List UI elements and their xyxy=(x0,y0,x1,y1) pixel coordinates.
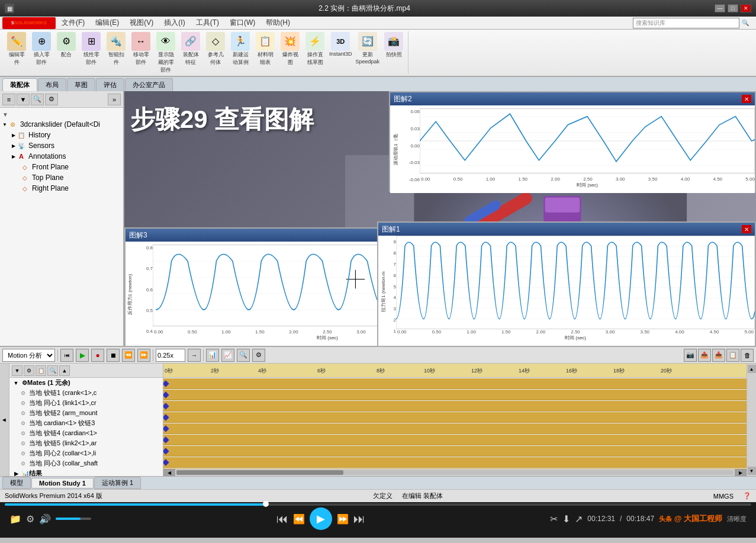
toolbar-move-component[interactable]: ↔ 移动零部件 xyxy=(129,31,153,75)
maximize-btn[interactable]: □ xyxy=(728,4,738,12)
motion-play-btn[interactable]: ▶ xyxy=(76,349,89,362)
motion-next-btn[interactable]: ⏩ xyxy=(137,349,150,362)
motion-tree-btn3[interactable]: 📋 xyxy=(36,365,46,376)
motion-tree-item-4[interactable]: ⚙ 当地 cardian<1> 铰链3 xyxy=(9,418,163,428)
motion-tree-btn4[interactable]: 🔍 xyxy=(47,365,58,376)
chart1-close-btn[interactable]: ✕ xyxy=(742,225,751,233)
video-rew-btn[interactable]: ⏪ xyxy=(293,513,305,525)
motion-tree-item-7[interactable]: ⚙ 当地 同心2 (collar<1>,li xyxy=(9,448,163,458)
motion-tree-item-8[interactable]: ⚙ 当地 同心3 (collar_shaft xyxy=(9,458,163,468)
video-next-btn[interactable]: ⏭ xyxy=(353,512,365,526)
menu-view[interactable]: 视图(V) xyxy=(125,17,158,29)
panel-config-btn[interactable]: ⚙ xyxy=(45,94,58,105)
motion-stop-btn[interactable]: ⏹ xyxy=(107,349,120,362)
tree-item-top-plane[interactable]: ◇ Top Plane xyxy=(0,172,123,183)
toolbar-insert-part[interactable]: ⊕ 插入零部件 xyxy=(30,31,53,75)
motion-prev-btn[interactable]: ⏪ xyxy=(122,349,135,362)
video-prev-btn[interactable]: ⏮ xyxy=(276,512,288,526)
tree-item-annotations[interactable]: ▶ A Annotations xyxy=(0,151,123,162)
video-fwd-btn[interactable]: ⏩ xyxy=(337,513,349,525)
motion-tree-item-1[interactable]: ⚙ 当地 铰链1 (crank<1>,c xyxy=(9,388,163,398)
panel-collapse-btn[interactable]: » xyxy=(108,94,121,105)
video-volume-btn[interactable]: 🔊 xyxy=(39,513,51,525)
menu-window[interactable]: 窗口(W) xyxy=(225,17,260,29)
search-box[interactable]: 搜索知识库 xyxy=(633,18,739,28)
toolbar-linear-pattern[interactable]: ⊞ 线性零部件 xyxy=(79,31,103,75)
chart2-close-btn[interactable]: ✕ xyxy=(742,95,751,103)
timeline-zoom-in[interactable]: ▲ xyxy=(748,365,756,373)
tree-item-sensors[interactable]: ▶ 📡 Sensors xyxy=(0,140,123,151)
toolbar-assembly-feature[interactable]: 🔗 装配体特征 xyxy=(179,31,202,75)
scroll-left-btn[interactable]: ◀ xyxy=(163,469,175,476)
toolbar-bom[interactable]: 📋 材料明细表 xyxy=(253,31,277,75)
timeline-scrollbar[interactable]: ◀ ▶ xyxy=(163,469,747,476)
motion-toolbar-btn-extra1[interactable]: 📷 xyxy=(684,349,697,362)
panel-expand-btn[interactable]: ≡ xyxy=(2,94,15,105)
motion-filter-btn1[interactable]: 🔍 xyxy=(237,349,250,362)
status-help-icon[interactable]: ❓ xyxy=(743,492,751,500)
panel-filter-btn[interactable]: ▼ xyxy=(17,94,30,105)
motion-chart-btn1[interactable]: 📊 xyxy=(206,349,219,362)
video-settings-btn[interactable]: ⚙ xyxy=(26,513,34,525)
tree-item-front-plane[interactable]: ◇ Front Plane xyxy=(0,162,123,172)
tab-assembly[interactable]: 装配体 xyxy=(2,78,37,91)
video-resolution-btn[interactable]: 清晰度 xyxy=(727,515,747,523)
motion-collapse-btn[interactable]: ▼ xyxy=(0,364,9,476)
tab-evaluate[interactable]: 评估 xyxy=(96,78,124,91)
panel-search-btn[interactable]: 🔍 xyxy=(31,94,44,105)
tab-office[interactable]: 办公室产品 xyxy=(125,78,173,91)
toolbar-line-sketch[interactable]: ⚡ 操作直线草图 xyxy=(303,31,327,75)
scroll-right-btn[interactable]: ▶ xyxy=(735,469,747,476)
motion-toolbar-btn-extra2[interactable]: 📤 xyxy=(698,349,711,362)
motion-tree-item-2[interactable]: ⚙ 当地 同心1 (link1<1>,cr xyxy=(9,398,163,408)
motion-tree-item-results[interactable]: ▶ 📊 结果 xyxy=(9,468,163,476)
menu-help[interactable]: 帮助(H) xyxy=(261,17,295,29)
video-download-btn[interactable]: ⬇ xyxy=(562,513,570,525)
toolbar-smart-fastener[interactable]: 🔩 智能扣件 xyxy=(104,31,128,75)
video-share-btn[interactable]: ↗ xyxy=(575,513,583,525)
motion-chart-btn2[interactable]: 📈 xyxy=(221,349,234,362)
timeline-zoom-out[interactable]: ▼ xyxy=(748,467,756,475)
toolbar-new-motion[interactable]: 🏃 新建运动算例 xyxy=(229,31,252,75)
motion-speed-input[interactable] xyxy=(156,349,185,362)
bottom-tab-motion-example[interactable]: 运动算例 1 xyxy=(94,477,141,489)
motion-toolbar-btn-extra3[interactable]: 📥 xyxy=(712,349,725,362)
toolbar-explode[interactable]: 💥 爆炸视图 xyxy=(278,31,302,75)
bottom-tab-model[interactable]: 模型 xyxy=(2,477,31,489)
menu-insert[interactable]: 插入(I) xyxy=(159,17,189,29)
toolbar-show-hide[interactable]: 👁 显示隐藏的零部件 xyxy=(154,31,178,75)
menu-tools[interactable]: 工具(T) xyxy=(191,17,224,29)
search-icon[interactable]: 🔍 xyxy=(742,20,749,26)
motion-tree-item-5[interactable]: ⚙ 当地 铰链4 (cardian<1> xyxy=(9,428,163,438)
menu-edit[interactable]: 编辑(E) xyxy=(91,17,124,29)
motion-tree-btn1[interactable]: ▼ xyxy=(12,365,22,376)
motion-tree-btn5[interactable]: ▲ xyxy=(59,365,70,376)
motion-tree-item-6[interactable]: ⚙ 当地 铰链5 (link2<1>,ar xyxy=(9,438,163,448)
toolbar-ref-geometry[interactable]: ◇ 参考几何体 xyxy=(204,31,227,75)
volume-slider[interactable] xyxy=(56,518,91,520)
video-cut-btn[interactable]: ✂ xyxy=(550,513,558,525)
video-play-btn[interactable]: ▶ xyxy=(310,507,332,530)
video-progress-bg[interactable] xyxy=(5,503,751,506)
toolbar-edit-component[interactable]: ✏️ 编辑零件 xyxy=(5,31,28,75)
video-progress-thumb[interactable] xyxy=(263,501,269,507)
toolbar-speedpak[interactable]: 🔄 更新Speedpak xyxy=(355,31,381,75)
motion-record-btn[interactable]: ● xyxy=(91,349,104,362)
motion-toolbar-btn-extra5[interactable]: 🗑 xyxy=(741,349,754,362)
motion-tree-btn2[interactable]: ⚙ xyxy=(24,365,34,376)
motion-tree-item-3[interactable]: ⚙ 当地 铰链2 (arm_mount xyxy=(9,408,163,418)
motion-speed-right[interactable]: → xyxy=(188,349,201,362)
menu-file[interactable]: 文件(F) xyxy=(57,17,89,29)
toolbar-instant3d[interactable]: 3D Instant3D xyxy=(328,31,353,75)
minimize-btn[interactable]: — xyxy=(715,4,725,12)
motion-tree-root[interactable]: ▼ ⚙ Mates (1 元余) xyxy=(9,378,163,388)
close-btn[interactable]: ✕ xyxy=(741,4,751,12)
tree-item-right-plane[interactable]: ◇ Right Plane xyxy=(0,183,123,194)
motion-toolbar-btn-extra4[interactable]: 📋 xyxy=(726,349,739,362)
toolbar-snapshot[interactable]: 📸 拍快照 xyxy=(382,31,406,75)
tab-layout[interactable]: 布局 xyxy=(38,78,66,91)
motion-analysis-select[interactable]: Motion 分析 xyxy=(2,349,55,362)
bottom-tab-motion-study[interactable]: Motion Study 1 xyxy=(31,478,94,489)
toolbar-mate[interactable]: ⚙ 配合 xyxy=(54,31,78,75)
tree-item-root[interactable]: ▼ ⚙ 3dcrankslider (Default<Di xyxy=(0,119,123,130)
